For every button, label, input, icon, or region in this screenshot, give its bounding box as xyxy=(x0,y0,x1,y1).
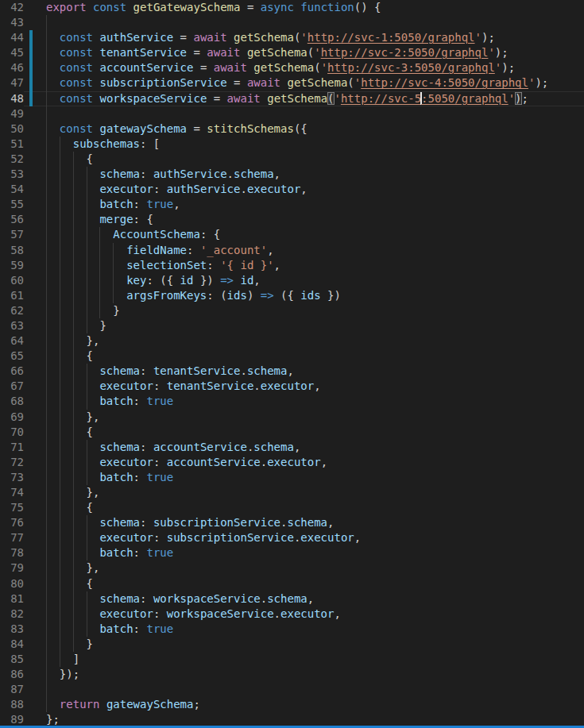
url-link-text[interactable]: http://svc-1:5050/graphql xyxy=(307,31,475,44)
line-number[interactable]: 78 xyxy=(0,545,24,560)
line-number[interactable]: 76 xyxy=(0,515,24,530)
code-line[interactable]: 71 schema: accountService.schema, xyxy=(0,440,584,455)
line-number[interactable]: 75 xyxy=(0,500,24,515)
line-number[interactable]: 45 xyxy=(0,45,24,60)
line-number[interactable]: 69 xyxy=(0,410,24,425)
url-link-text[interactable]: http://svc-5 xyxy=(341,92,421,105)
code-line[interactable]: 64 }, xyxy=(0,333,584,349)
code-line[interactable]: 67 executor: tenantService.executor, xyxy=(0,379,584,394)
line-number[interactable]: 60 xyxy=(0,273,24,288)
line-number[interactable]: 61 xyxy=(0,288,24,303)
code-line[interactable]: 70 { xyxy=(0,425,584,440)
line-number[interactable]: 67 xyxy=(0,379,24,394)
code-line[interactable]: 62 } xyxy=(0,303,584,318)
code-line[interactable]: 55 batch: true, xyxy=(0,197,584,212)
line-number[interactable]: 82 xyxy=(0,607,24,622)
line-number[interactable]: 64 xyxy=(0,333,24,349)
code-line[interactable]: 84 } xyxy=(0,637,584,652)
line-number[interactable]: 71 xyxy=(0,440,24,455)
url-link-text[interactable]: http://svc-3:5050/graphql xyxy=(327,61,495,74)
line-number[interactable]: 74 xyxy=(0,485,24,500)
code-line[interactable]: 74 }, xyxy=(0,485,584,500)
code-line[interactable]: 50 const gatewaySchema = stitchSchemas({ xyxy=(0,121,584,137)
line-number[interactable]: 53 xyxy=(0,167,24,182)
code-line[interactable]: 48 const workspaceService = await getSch… xyxy=(0,91,584,106)
line-number[interactable]: 88 xyxy=(0,697,24,712)
line-number[interactable]: 43 xyxy=(0,15,24,30)
line-number[interactable]: 84 xyxy=(0,637,24,652)
code-line[interactable]: 87 xyxy=(0,682,584,697)
code-line[interactable]: 81 schema: workspaceService.schema, xyxy=(0,591,584,607)
line-number[interactable]: 50 xyxy=(0,121,24,137)
line-number[interactable]: 86 xyxy=(0,667,24,682)
code-line[interactable]: 76 schema: subscriptionService.schema, xyxy=(0,515,584,530)
line-number[interactable]: 51 xyxy=(0,137,24,152)
code-line[interactable]: 73 batch: true xyxy=(0,470,584,485)
line-number[interactable]: 42 xyxy=(0,0,24,15)
code-line[interactable]: 63 } xyxy=(0,318,584,333)
line-number[interactable]: 85 xyxy=(0,652,24,667)
code-line[interactable]: 72 executor: accountService.executor, xyxy=(0,455,584,470)
line-number[interactable]: 65 xyxy=(0,349,24,364)
code-editor[interactable]: 42export const getGatewaySchema = async … xyxy=(0,0,584,728)
url-link-text[interactable]: :5050/graphql xyxy=(421,92,509,105)
code-line[interactable]: 58 fieldName: '_account', xyxy=(0,243,584,258)
line-number[interactable]: 49 xyxy=(0,106,24,121)
code-line[interactable]: 52 { xyxy=(0,152,584,167)
code-line[interactable]: 88 return gatewaySchema; xyxy=(0,697,584,712)
code-line[interactable]: 49 xyxy=(0,106,584,121)
code-line[interactable]: 68 batch: true xyxy=(0,394,584,409)
line-number[interactable]: 48 xyxy=(0,91,24,106)
code-line[interactable]: 57 AccountSchema: { xyxy=(0,227,584,242)
code-line[interactable]: 54 executor: authService.executor, xyxy=(0,182,584,197)
line-number[interactable]: 73 xyxy=(0,470,24,485)
code-line[interactable]: 86 }); xyxy=(0,667,584,682)
line-number[interactable]: 56 xyxy=(0,212,24,227)
line-number[interactable]: 63 xyxy=(0,318,24,333)
line-number[interactable]: 55 xyxy=(0,197,24,212)
code-line[interactable]: 78 batch: true xyxy=(0,545,584,560)
code-line[interactable]: 66 schema: tenantService.schema, xyxy=(0,364,584,379)
line-number[interactable]: 57 xyxy=(0,227,24,242)
line-number[interactable]: 52 xyxy=(0,152,24,167)
code-line[interactable]: 47 const subscriptionService = await get… xyxy=(0,75,584,91)
code-line[interactable]: 75 { xyxy=(0,500,584,515)
line-number[interactable]: 46 xyxy=(0,60,24,75)
line-number[interactable]: 66 xyxy=(0,364,24,379)
code-line[interactable]: 56 merge: { xyxy=(0,212,584,227)
line-number[interactable]: 44 xyxy=(0,30,24,45)
line-number[interactable]: 81 xyxy=(0,591,24,607)
code-line[interactable]: 83 batch: true xyxy=(0,622,584,637)
code-line[interactable]: 59 selectionSet: '{ id }', xyxy=(0,258,584,273)
line-number[interactable]: 59 xyxy=(0,258,24,273)
url-link-text[interactable]: http://svc-4:5050/graphql xyxy=(361,76,528,89)
code-line[interactable]: 45 const tenantService = await getSchema… xyxy=(0,45,584,60)
code-line[interactable]: 43 xyxy=(0,15,584,30)
line-number[interactable]: 58 xyxy=(0,243,24,258)
line-number[interactable]: 70 xyxy=(0,425,24,440)
code-line[interactable]: 77 executor: subscriptionService.executo… xyxy=(0,530,584,545)
line-number[interactable]: 62 xyxy=(0,303,24,318)
code-line[interactable]: 80 { xyxy=(0,576,584,591)
line-number[interactable]: 68 xyxy=(0,394,24,409)
code-line[interactable]: 53 schema: authService.schema, xyxy=(0,167,584,182)
line-number[interactable]: 83 xyxy=(0,622,24,637)
code-line[interactable]: 79 }, xyxy=(0,560,584,576)
url-link-text[interactable]: http://svc-2:5050/graphql xyxy=(321,46,489,59)
code-line[interactable]: 46 const accountService = await getSchem… xyxy=(0,60,584,75)
code-line[interactable]: 60 key: ({ id }) => id, xyxy=(0,273,584,288)
line-number[interactable]: 80 xyxy=(0,576,24,591)
code-line[interactable]: 85 ] xyxy=(0,652,584,667)
line-number[interactable]: 47 xyxy=(0,75,24,91)
code-line[interactable]: 82 executor: workspaceService.executor, xyxy=(0,607,584,622)
line-number[interactable]: 77 xyxy=(0,530,24,545)
line-number[interactable]: 72 xyxy=(0,455,24,470)
code-line[interactable]: 69 }, xyxy=(0,410,584,425)
code-line[interactable]: 51 subschemas: [ xyxy=(0,137,584,152)
line-number[interactable]: 79 xyxy=(0,560,24,576)
code-line[interactable]: 61 argsFromKeys: (ids) => ({ ids }) xyxy=(0,288,584,303)
line-number[interactable]: 87 xyxy=(0,682,24,697)
line-number[interactable]: 54 xyxy=(0,182,24,197)
code-line[interactable]: 42export const getGatewaySchema = async … xyxy=(0,0,584,15)
code-line[interactable]: 65 { xyxy=(0,349,584,364)
